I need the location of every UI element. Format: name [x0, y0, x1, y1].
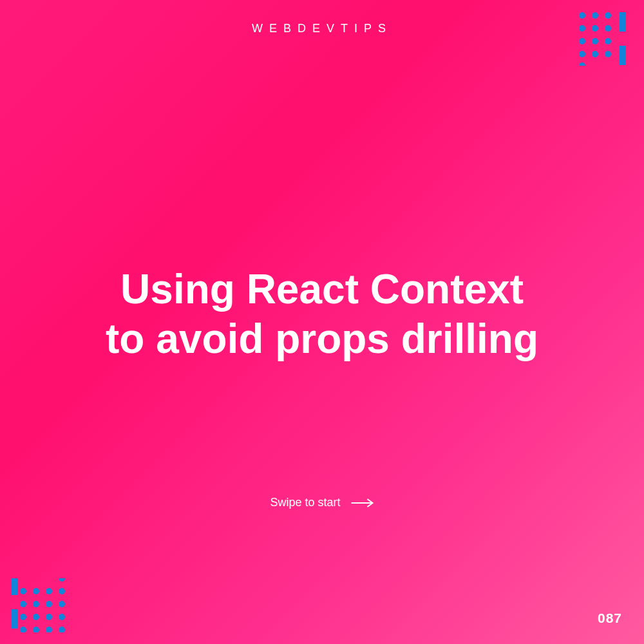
brand-label: WEBDEVTIPS — [252, 22, 392, 35]
svg-point-24 — [59, 601, 65, 607]
svg-point-9 — [605, 38, 611, 44]
svg-point-26 — [33, 614, 39, 620]
decorative-dots-top-right — [578, 12, 632, 66]
svg-point-4 — [579, 25, 585, 32]
svg-rect-34 — [12, 609, 17, 629]
svg-point-32 — [59, 627, 65, 632]
svg-point-11 — [592, 51, 598, 57]
page-title: Using React Context to avoid props drill… — [32, 265, 612, 364]
swipe-label: Swipe to start — [270, 496, 340, 509]
svg-point-8 — [592, 38, 598, 44]
svg-point-2 — [592, 12, 598, 19]
decorative-dots-bottom-left — [12, 578, 66, 632]
svg-point-20 — [59, 588, 65, 594]
svg-rect-15 — [619, 46, 626, 65]
svg-point-1 — [579, 12, 585, 19]
svg-point-3 — [605, 12, 611, 19]
svg-point-25 — [20, 614, 26, 620]
svg-point-6 — [605, 25, 611, 32]
svg-point-7 — [579, 38, 585, 44]
title-line-1: Using React Context — [120, 266, 524, 312]
svg-point-12 — [605, 51, 611, 57]
svg-point-28 — [59, 614, 65, 620]
svg-point-10 — [579, 51, 585, 57]
svg-point-19 — [46, 588, 52, 594]
svg-point-22 — [33, 601, 39, 607]
svg-point-27 — [46, 614, 52, 620]
svg-point-5 — [592, 25, 598, 32]
svg-point-16 — [59, 578, 65, 582]
svg-point-23 — [46, 601, 52, 607]
slide-number: 087 — [598, 611, 622, 626]
svg-point-17 — [20, 588, 26, 594]
svg-point-29 — [20, 627, 26, 632]
svg-point-18 — [33, 588, 39, 594]
svg-point-21 — [20, 601, 26, 607]
svg-rect-14 — [619, 12, 626, 32]
svg-point-31 — [46, 627, 52, 632]
arrow-right-icon — [351, 498, 374, 507]
svg-rect-33 — [12, 578, 17, 595]
svg-point-30 — [33, 627, 39, 632]
svg-point-13 — [579, 62, 585, 66]
title-line-2: to avoid props drilling — [106, 316, 538, 362]
swipe-cta[interactable]: Swipe to start — [270, 496, 374, 509]
